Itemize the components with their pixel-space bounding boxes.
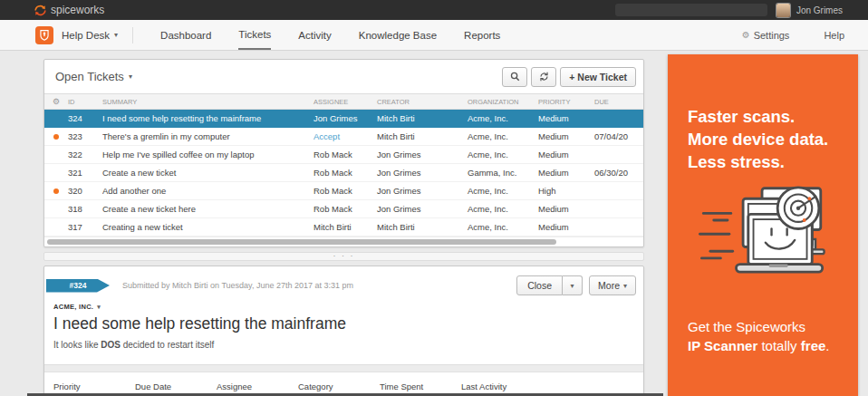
tab-reports[interactable]: Reports	[464, 20, 500, 50]
tab-tickets[interactable]: Tickets	[238, 20, 271, 50]
accept-link[interactable]: Accept	[313, 131, 377, 141]
user-avatar[interactable]	[776, 4, 790, 17]
ticket-table-body: 324I need some help resetting the mainfr…	[44, 110, 643, 237]
ticket-table-header: ⚙ IDSUMMARYASSIGNEECREATORORGANIZATIONPR…	[44, 93, 643, 110]
new-ticket-label: New Ticket	[577, 72, 627, 82]
column-header-assignee[interactable]: ASSIGNEE	[313, 98, 377, 106]
ticket-row-321[interactable]: 321Create a new ticketRob MackJon Grimes…	[44, 164, 643, 182]
settings-label: Settings	[754, 30, 790, 41]
ticket-row-324[interactable]: 324I need some help resetting the mainfr…	[44, 110, 643, 128]
filter-caret-icon: ▾	[129, 72, 132, 81]
panel-splitter-handle[interactable]: · · ·	[43, 252, 644, 261]
ticket-id: 320	[68, 186, 102, 196]
shield-icon	[39, 29, 50, 41]
ticket-row-317[interactable]: 317Creating a new ticketMitch BirtiMitch…	[44, 218, 643, 237]
attribute-label: Last Activity	[461, 382, 543, 391]
close-ticket-button[interactable]: Close	[516, 275, 563, 295]
attribute-label: Assignee	[217, 382, 298, 391]
tab-activity[interactable]: Activity	[298, 20, 331, 50]
ticket-organization: Acme, Inc.	[468, 150, 538, 159]
column-settings-gear-icon[interactable]: ⚙	[44, 97, 68, 106]
ticket-creator: Jon Grimes	[377, 168, 468, 178]
ticket-creator: Jon Grimes	[377, 186, 468, 196]
column-header-priority[interactable]: PRIORITY	[538, 98, 594, 106]
ticket-priority: Medium	[538, 113, 594, 123]
ticket-id: 318	[68, 204, 102, 214]
ticket-detail-panel: #324 Submitted by Mitch Birti on Tuesday…	[43, 266, 644, 396]
attribute-label: Priority	[53, 382, 135, 391]
ticket-organization: Acme, Inc.	[468, 131, 538, 141]
ticket-assignee: Rob Mack	[313, 186, 377, 196]
settings-button[interactable]: ⚙ Settings	[742, 30, 790, 41]
column-header-summary[interactable]: SUMMARY	[102, 98, 313, 106]
ad-headline: Faster scans.More device data.Less stres…	[688, 105, 858, 173]
help-desk-app-button[interactable]	[35, 26, 53, 44]
ticket-row-320[interactable]: 320Add another oneRob MackJon GrimesAcme…	[44, 182, 643, 200]
ticket-id: 322	[68, 150, 102, 159]
ticket-number-badge: #324	[46, 279, 110, 293]
ticket-row-318[interactable]: 318Create a new ticket hereRob MackJon G…	[44, 200, 643, 218]
ad-footer-bold: IP Scanner	[688, 338, 757, 353]
detail-divider	[44, 364, 643, 372]
column-header-organization[interactable]: ORGANIZATION	[468, 98, 538, 106]
ticket-creator: Jon Grimes	[377, 150, 468, 159]
nav-tabs: DashboardTicketsActivityKnowledge BaseRe…	[133, 20, 500, 51]
new-ticket-button[interactable]: + New Ticket	[560, 67, 636, 87]
chevron-down-icon: ▾	[571, 282, 574, 290]
horizontal-scrollbar-thumb[interactable]	[47, 239, 556, 245]
chevron-down-icon: ▾	[623, 282, 627, 290]
ip-scanner-ad[interactable]: Faster scans.More device data.Less stres…	[668, 54, 858, 396]
user-name[interactable]: Jon Grimes	[796, 5, 843, 15]
ticket-organization: Acme, Inc.	[468, 222, 538, 232]
spiceworks-logo[interactable]: spiceworks	[34, 4, 104, 16]
attribute-label: Time Spent	[380, 382, 461, 391]
description-text: It looks like	[53, 340, 101, 350]
ticket-organization: Acme, Inc.	[468, 204, 538, 214]
ad-footer-text-mid: totally	[757, 338, 801, 353]
ad-headline-line: Faster scans.	[688, 105, 858, 128]
ticket-due-date: 07/04/20	[594, 131, 643, 141]
organization-dropdown[interactable]: ACME, INC. ▾	[53, 303, 101, 311]
ad-footer-text: Get the Spiceworks IP Scanner totally fr…	[688, 317, 858, 355]
tab-dashboard[interactable]: Dashboard	[160, 20, 211, 50]
ticket-id: 321	[68, 168, 102, 178]
ticket-row-323[interactable]: 323There's a gremlin in my computerAccep…	[44, 128, 643, 146]
description-bold: DOS	[101, 340, 121, 350]
column-header-creator[interactable]: CREATOR	[377, 98, 468, 106]
close-dropdown-button[interactable]: ▾	[563, 275, 583, 295]
open-tickets-filter-dropdown[interactable]: Open Tickets ▾	[55, 70, 132, 83]
topbar-search-input[interactable]	[615, 4, 767, 16]
app-caret-icon[interactable]: ▾	[114, 31, 118, 39]
column-header-due[interactable]: DUE	[594, 98, 643, 106]
refresh-button[interactable]	[531, 67, 556, 87]
topbar: spiceworks Jon Grimes	[0, 0, 868, 20]
help-button[interactable]: Help	[824, 30, 844, 41]
laptop-radar-illustration	[691, 185, 834, 292]
plus-icon: +	[569, 72, 574, 82]
search-tickets-button[interactable]	[502, 67, 527, 87]
ticket-assignee: Rob Mack	[313, 150, 377, 159]
ticket-id: 323	[68, 131, 102, 141]
column-header-id[interactable]: ID	[68, 98, 102, 106]
ticket-organization: Gamma, Inc.	[468, 168, 538, 178]
ad-footer-line1: Get the Spiceworks	[688, 319, 805, 334]
ticket-organization: Acme, Inc.	[468, 186, 538, 196]
ticket-creator: Jon Grimes	[377, 204, 468, 214]
app-label[interactable]: Help Desk	[62, 30, 110, 41]
ticket-priority: Medium	[538, 131, 594, 141]
ticket-row-322[interactable]: 322Help me I've spilled coffee on my lap…	[44, 146, 643, 164]
ticket-priority: High	[538, 186, 594, 196]
tab-knowledge-base[interactable]: Knowledge Base	[359, 20, 437, 50]
spiceworks-logo-icon	[34, 5, 46, 16]
ad-headline-line: More device data.	[688, 128, 858, 150]
ticket-description: It looks like DOS decided to restart its…	[53, 340, 643, 350]
ticket-assignee: Rob Mack	[313, 204, 377, 214]
unread-dot-icon	[44, 188, 68, 194]
more-label: More	[598, 280, 620, 291]
unread-dot	[53, 134, 59, 140]
ticket-id: 324	[68, 113, 102, 123]
more-button[interactable]: More ▾	[589, 275, 636, 295]
tickets-panel: Open Tickets ▾	[43, 59, 644, 247]
unread-dot	[53, 188, 59, 194]
ad-headline-line: Less stress.	[688, 150, 858, 173]
